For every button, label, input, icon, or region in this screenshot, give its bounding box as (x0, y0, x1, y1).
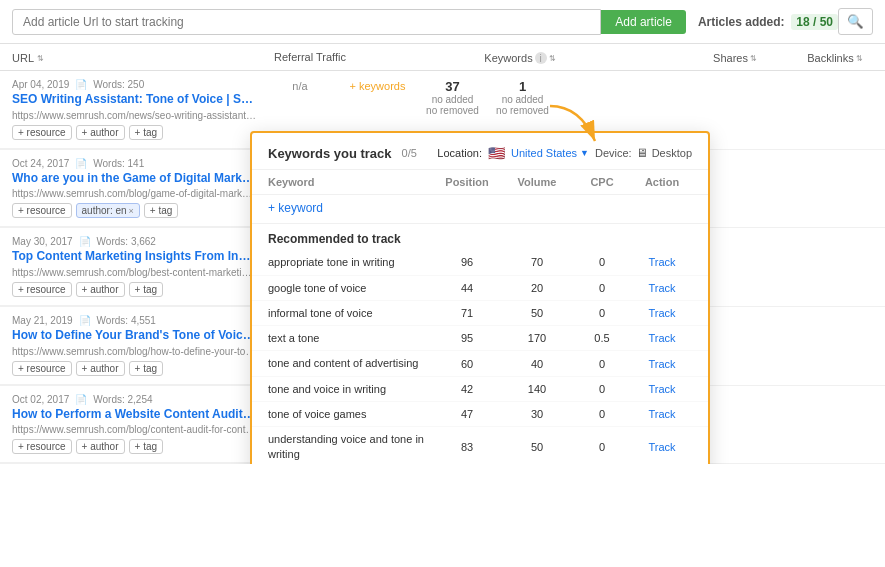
position-cell: 42 (432, 383, 502, 395)
author-tag[interactable]: + author (76, 282, 125, 297)
add-keyword-link[interactable]: + keyword (268, 201, 323, 215)
shares-number: 37 (424, 79, 481, 94)
tag-remove-icon[interactable]: × (129, 206, 134, 216)
track-button[interactable]: Track (648, 256, 675, 268)
tag-tag[interactable]: + tag (129, 361, 164, 376)
recommended-row: google tone of voice 44 20 0 Track (252, 276, 708, 301)
tag-tag[interactable]: + tag (144, 203, 179, 218)
header-keywords: Keywords i ⇅ (355, 52, 685, 64)
recommended-row: informal tone of voice 71 50 0 Track (252, 301, 708, 326)
track-button[interactable]: Track (648, 441, 675, 453)
article-title[interactable]: SEO Writing Assistant: Tone of Voice | S… (12, 92, 257, 108)
track-button[interactable]: Track (648, 332, 675, 344)
position-cell: 96 (432, 256, 502, 268)
resource-tag[interactable]: + resource (12, 125, 72, 140)
keyword-cell: informal tone of voice (268, 306, 432, 320)
position-cell: 71 (432, 307, 502, 319)
action-cell: Track (632, 440, 692, 454)
header-bar: Add article Articles added: 18 / 50 🔍 (0, 0, 885, 44)
track-button[interactable]: Track (648, 383, 675, 395)
add-article-button[interactable]: Add article (601, 10, 686, 34)
position-cell: 95 (432, 332, 502, 344)
backlinks-sort-icon[interactable]: ⇅ (856, 54, 863, 63)
popup-table-header: Keyword Position Volume CPC Action (252, 170, 708, 195)
article-item[interactable]: Oct 24, 2017 📄 Words: 141 Who are you in… (0, 150, 265, 228)
keyword-cell: tone and content of advertising (268, 356, 432, 370)
author-tag-active[interactable]: author: en × (76, 203, 140, 218)
tag-tag[interactable]: + tag (129, 282, 164, 297)
article-url: https://www.semrush.com/blog/how-to-defi… (12, 346, 257, 357)
popup-header: Keywords you track 0/5 Location: 🇺🇸 Unit… (252, 133, 708, 170)
doc-icon: 📄 (75, 158, 87, 169)
article-words: Words: 3,662 (97, 236, 156, 247)
article-url: https://www.semrush.com/blog/game-of-dig… (12, 188, 257, 199)
article-item[interactable]: May 21, 2019 📄 Words: 4,551 How to Defin… (0, 307, 265, 385)
doc-icon: 📄 (79, 236, 91, 247)
articles-list: Apr 04, 2019 📄 Words: 250 SEO Writing As… (0, 71, 885, 464)
volume-cell: 30 (502, 408, 572, 420)
article-title[interactable]: How to Define Your Brand's Tone of Voice… (12, 328, 257, 344)
referral-value: n/a (292, 80, 307, 92)
shares-removed: no removed (424, 105, 481, 116)
track-button[interactable]: Track (648, 282, 675, 294)
article-words: Words: 141 (93, 158, 144, 169)
keyword-cell: google tone of voice (268, 281, 432, 295)
shares-sort-icon[interactable]: ⇅ (750, 54, 757, 63)
keyword-cell: appropriate tone in writing (268, 255, 432, 269)
article-item[interactable]: May 30, 2017 📄 Words: 3,662 Top Content … (0, 228, 265, 306)
keywords-sort-icon[interactable]: ⇅ (549, 54, 556, 63)
url-sort-icon[interactable]: ⇅ (37, 54, 44, 63)
cpc-cell: 0.5 (572, 332, 632, 344)
position-cell: 47 (432, 408, 502, 420)
doc-icon: 📄 (79, 315, 91, 326)
resource-tag[interactable]: + resource (12, 282, 72, 297)
url-input[interactable] (12, 9, 601, 35)
shares-added: no added (424, 94, 481, 105)
article-title[interactable]: Who are you in the Game of Digital Marke… (12, 171, 257, 187)
article-tags: + resource + author + tag (12, 361, 257, 376)
author-tag[interactable]: + author (76, 125, 125, 140)
search-button[interactable]: 🔍 (838, 8, 873, 35)
author-tag[interactable]: + author (76, 439, 125, 454)
header-url: URL ⇅ (0, 52, 265, 64)
article-meta: Apr 04, 2019 📄 Words: 250 (12, 79, 257, 90)
article-title[interactable]: How to Perform a Website Content Audit t… (12, 407, 257, 423)
cpc-cell: 0 (572, 441, 632, 453)
resource-tag[interactable]: + resource (12, 439, 72, 454)
recommended-rows: appropriate tone in writing 96 70 0 Trac… (252, 250, 708, 464)
monitor-icon: 🖥 (636, 146, 648, 160)
article-left-col: Apr 04, 2019 📄 Words: 250 SEO Writing As… (0, 71, 265, 149)
article-url: https://www.semrush.com/news/seo-writing… (12, 110, 257, 121)
resource-tag[interactable]: + resource (12, 203, 72, 218)
keywords-link[interactable]: + keywords (350, 80, 406, 92)
article-title[interactable]: Top Content Marketing Insights From Indu… (12, 249, 257, 265)
article-item[interactable]: Apr 04, 2019 📄 Words: 250 SEO Writing As… (0, 71, 265, 149)
cpc-cell: 0 (572, 282, 632, 294)
action-cell: Track (632, 281, 692, 295)
article-left-col: Oct 24, 2017 📄 Words: 141 Who are you in… (0, 150, 265, 228)
track-button[interactable]: Track (648, 408, 675, 420)
article-tags: + resource + author + tag (12, 439, 257, 454)
track-button[interactable]: Track (648, 307, 675, 319)
tag-tag[interactable]: + tag (129, 125, 164, 140)
article-date: Oct 02, 2017 (12, 394, 69, 405)
resource-tag[interactable]: + resource (12, 361, 72, 376)
article-item[interactable]: Oct 02, 2017 📄 Words: 2,254 How to Perfo… (0, 386, 265, 464)
position-cell: 44 (432, 282, 502, 294)
track-button[interactable]: Track (648, 358, 675, 370)
keyword-cell: tone of voice games (268, 407, 432, 421)
tag-tag[interactable]: + tag (129, 439, 164, 454)
cpc-cell: 0 (572, 256, 632, 268)
article-left-col: Oct 02, 2017 📄 Words: 2,254 How to Perfo… (0, 386, 265, 464)
keyword-cell: text a tone (268, 331, 432, 345)
column-headers: URL ⇅ Referral Traffic Keywords i ⇅ Shar… (0, 44, 885, 71)
keywords-info-icon[interactable]: i (535, 52, 547, 64)
article-meta: Oct 24, 2017 📄 Words: 141 (12, 158, 257, 169)
author-tag[interactable]: + author (76, 361, 125, 376)
cpc-cell: 0 (572, 408, 632, 420)
cpc-cell: 0 (572, 358, 632, 370)
backlinks-number: 1 (489, 79, 556, 94)
header-backlinks: Backlinks ⇅ (785, 52, 885, 64)
article-left-col: May 21, 2019 📄 Words: 4,551 How to Defin… (0, 307, 265, 385)
keywords-popup: Keywords you track 0/5 Location: 🇺🇸 Unit… (250, 131, 710, 464)
